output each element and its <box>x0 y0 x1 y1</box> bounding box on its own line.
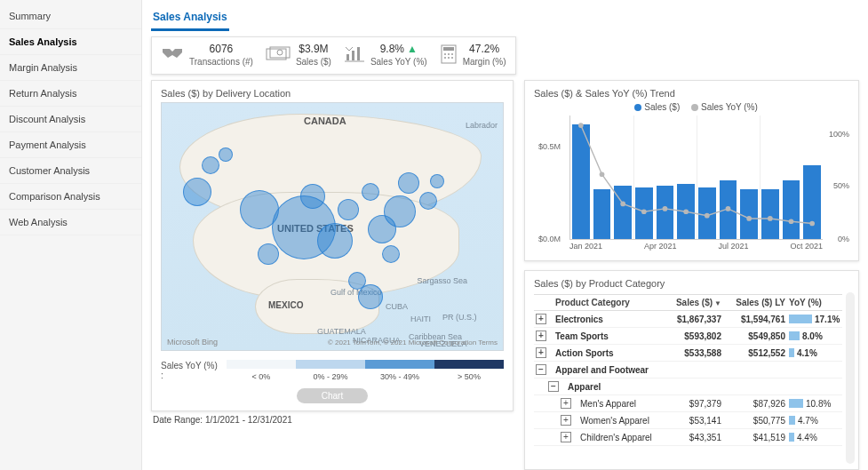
trend-bar[interactable] <box>572 124 590 239</box>
col-sales[interactable]: Sales ($)▼ <box>661 298 721 307</box>
trend-chart-area[interactable]: $0.5M $0.0M 100% 50% 0% <box>569 116 823 240</box>
table-row[interactable]: −Apparel and Footwear <box>534 362 842 378</box>
trend-bar[interactable] <box>593 189 611 239</box>
sidebar-item-payment-analysis[interactable]: Payment Analysis <box>0 132 141 158</box>
expander-icon[interactable]: + <box>536 347 546 358</box>
map-country-label: CANADA <box>304 116 346 126</box>
y-axis-tick: $0.0M <box>538 235 561 243</box>
table-row-label: Team Sports <box>555 331 657 341</box>
kpi-sales-yoy: 9.8%▲ Sales YoY (%) <box>344 43 427 67</box>
map-bubble[interactable] <box>358 284 383 309</box>
table-row-label: Apparel and Footwear <box>555 365 657 375</box>
svg-point-9 <box>448 53 450 55</box>
map-bubble[interactable] <box>300 184 325 209</box>
kpi-value: 6076 <box>189 43 253 55</box>
map-sea-label: CUBA <box>386 302 408 311</box>
kpi-value: 47.2% <box>463 43 506 55</box>
map-bubble[interactable] <box>398 172 419 194</box>
col-sales-ly[interactable]: Sales ($) LY <box>725 298 785 307</box>
trend-bar[interactable] <box>783 180 800 239</box>
table-row[interactable]: +Electronics$1,867,337$1,594,76117.1% <box>534 311 842 328</box>
sidebar: Summary Sales Analysis Margin Analysis R… <box>0 0 142 470</box>
map-bubble[interactable] <box>202 156 219 174</box>
map-bubble[interactable] <box>419 192 437 210</box>
sidebar-item-margin-analysis[interactable]: Margin Analysis <box>0 55 141 81</box>
expander-icon[interactable]: + <box>536 331 546 341</box>
sidebar-item-web-analysis[interactable]: Web Analysis <box>0 210 141 235</box>
expander-icon[interactable]: − <box>536 364 546 375</box>
x-axis-labels: Jan 2021 Apr 2021 Jul 2021 Oct 2021 <box>569 242 823 251</box>
map-bubble[interactable] <box>382 245 400 263</box>
map-bubble[interactable] <box>258 243 279 265</box>
table-title: Sales ($) by Product Category <box>534 278 842 289</box>
sidebar-item-comparison-analysis[interactable]: Comparison Analysis <box>0 184 141 210</box>
trend-bar[interactable] <box>614 186 632 239</box>
map-title: Sales ($) by Delivery Location <box>161 88 504 99</box>
y2-axis-tick: 100% <box>829 130 849 139</box>
barchart-icon <box>344 45 365 65</box>
tab-title[interactable]: Sales Analysis <box>151 7 229 31</box>
date-range-label: Date Range: 1/1/2021 - 12/31/2021 <box>151 415 514 425</box>
table-row[interactable]: +Children's Apparel$43,351$41,5194.4% <box>534 429 842 446</box>
table-scrollbar[interactable] <box>846 292 855 464</box>
table-row[interactable]: +Men's Apparel$97,379$87,92610.8% <box>534 395 842 412</box>
kpi-label: Sales YoY (%) <box>370 57 427 67</box>
map-bubble[interactable] <box>317 223 353 259</box>
sidebar-item-discount-analysis[interactable]: Discount Analysis <box>0 107 141 132</box>
trend-bar[interactable] <box>657 186 674 239</box>
trend-bar[interactable] <box>803 165 821 239</box>
table-row-label: Action Sports <box>555 348 657 358</box>
map-sea-label: Sargasso Sea <box>417 276 467 285</box>
trend-bar[interactable] <box>677 184 695 239</box>
map-copyright: © 2021 TomTom, © 2021 Microsoft Corporat… <box>328 339 498 347</box>
table-body: +Electronics$1,867,337$1,594,76117.1%+Te… <box>534 311 842 446</box>
kpi-label: Margin (%) <box>463 57 506 67</box>
chart-button[interactable]: Chart <box>297 388 368 403</box>
col-yoy[interactable]: YoY (%) <box>789 298 840 307</box>
map-bubble[interactable] <box>183 178 211 206</box>
col-product-category[interactable]: Product Category <box>555 298 657 307</box>
table-row-label: Women's Apparel <box>555 416 657 426</box>
table-row[interactable]: +Women's Apparel$53,141$50,7754.7% <box>534 412 842 429</box>
legend-swatch-1[interactable] <box>296 360 365 369</box>
sidebar-item-sales-analysis[interactable]: Sales Analysis <box>0 29 141 55</box>
table-row-label: Apparel <box>555 382 657 392</box>
sidebar-item-summary[interactable]: Summary <box>0 4 141 29</box>
map-bubble[interactable] <box>219 147 233 162</box>
table-row[interactable]: +Action Sports$533,588$512,5524.1% <box>534 345 842 362</box>
bing-attribution: Microsoft Bing <box>167 338 218 347</box>
legend-swatch-2[interactable] <box>365 360 434 369</box>
sort-desc-icon: ▼ <box>714 299 721 307</box>
svg-point-2 <box>277 50 283 55</box>
kpi-value: $3.9M <box>296 43 331 55</box>
table-row[interactable]: +Team Sports$593,802$549,8508.0% <box>534 328 842 345</box>
calculator-icon <box>440 44 458 66</box>
map-bubble[interactable] <box>384 195 416 227</box>
legend-swatch-3[interactable] <box>434 360 504 369</box>
map-bubble[interactable] <box>430 174 444 188</box>
handshake-icon <box>161 45 184 65</box>
trend-bar[interactable] <box>740 189 758 239</box>
sidebar-item-customer-analysis[interactable]: Customer Analysis <box>0 158 141 184</box>
map-sea-label: HAITI <box>410 315 431 323</box>
table-row[interactable]: −Apparel <box>534 378 842 395</box>
svg-rect-7 <box>443 47 454 51</box>
map-bubble[interactable] <box>338 199 359 220</box>
trend-bar[interactable] <box>720 180 737 239</box>
kpi-label: Transactions (#) <box>189 57 253 67</box>
expander-icon[interactable]: + <box>536 314 546 324</box>
map-sea-label: GUATEMALA <box>317 327 366 336</box>
sidebar-item-return-analysis[interactable]: Return Analysis <box>0 81 141 107</box>
category-table-card: Sales ($) by Product Category Product Ca… <box>524 270 859 470</box>
trend-bar[interactable] <box>761 189 779 239</box>
map-bubble[interactable] <box>362 183 379 201</box>
trend-bar[interactable] <box>635 187 653 239</box>
dot-yoy-icon <box>691 104 698 111</box>
legend-title: Sales YoY (%) : <box>161 361 218 380</box>
map-visual[interactable]: CANADA UNITED STATES MEXICO Labrador Sar… <box>161 102 504 351</box>
legend-swatch-0[interactable] <box>227 360 296 369</box>
svg-rect-5 <box>357 47 360 60</box>
y-axis-tick: $0.5M <box>538 142 561 151</box>
trend-bar[interactable] <box>698 187 716 239</box>
table-row-label: Electronics <box>555 315 657 324</box>
